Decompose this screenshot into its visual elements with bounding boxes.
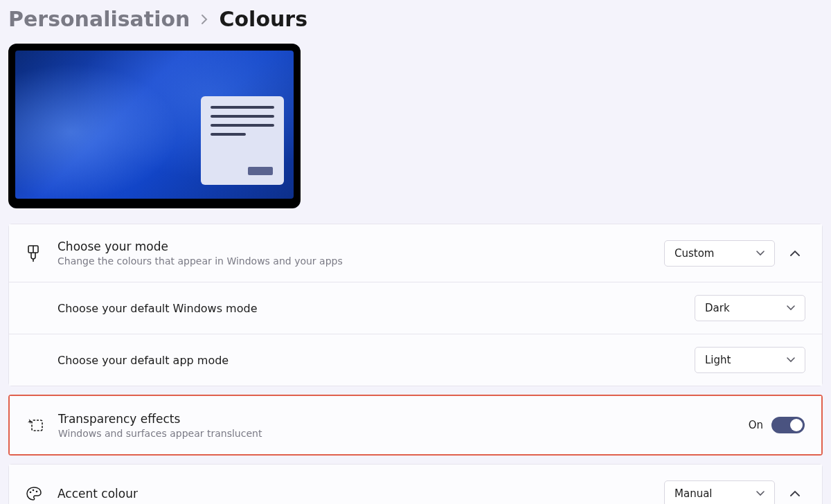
app-mode-row[interactable]: Choose your default app mode Light [9,334,822,386]
transparency-icon [26,417,58,433]
transparency-row[interactable]: Transparency effects Windows and surface… [10,396,821,454]
app-mode-value: Light [705,354,731,366]
choose-mode-subtitle: Change the colours that appear in Window… [57,255,664,267]
transparency-state-label: On [749,419,763,431]
chevron-down-icon [787,357,795,363]
windows-mode-title: Choose your default Windows mode [57,302,695,315]
app-mode-title: Choose your default app mode [57,354,695,367]
desktop-preview [8,44,301,208]
transparency-highlight: Transparency effects Windows and surface… [8,395,823,456]
choose-mode-title: Choose your mode [57,240,664,253]
accent-colour-value: Manual [674,487,713,500]
collapse-button[interactable] [785,243,805,264]
windows-mode-dropdown[interactable]: Dark [695,295,805,321]
accent-colour-row[interactable]: Accent colour Manual [9,465,822,504]
svg-point-5 [33,489,35,492]
choose-mode-dropdown[interactable]: Custom [664,240,775,267]
breadcrumb-parent[interactable]: Personalisation [8,7,190,31]
windows-mode-row[interactable]: Choose your default Windows mode Dark [9,282,822,334]
svg-rect-3 [32,420,42,431]
transparency-toggle[interactable] [771,417,805,433]
choose-mode-row[interactable]: Choose your mode Change the colours that… [9,224,822,282]
paintbrush-icon [26,244,57,262]
preview-window-icon [201,96,284,185]
transparency-subtitle: Windows and surfaces appear translucent [58,428,749,439]
palette-icon [26,485,57,502]
transparency-title: Transparency effects [58,412,749,426]
chevron-down-icon [756,491,765,496]
chevron-down-icon [756,251,765,256]
breadcrumb-current: Colours [219,7,307,31]
chevron-down-icon [787,305,795,311]
svg-point-6 [36,491,38,493]
breadcrumb: Personalisation Colours [8,7,823,31]
choose-mode-value: Custom [674,247,714,260]
accent-colour-dropdown[interactable]: Manual [664,480,775,504]
accent-colour-title: Accent colour [57,487,664,501]
svg-point-4 [30,492,32,494]
windows-mode-value: Dark [705,302,730,314]
collapse-button[interactable] [785,483,805,504]
app-mode-dropdown[interactable]: Light [695,347,805,373]
chevron-right-icon [201,14,208,25]
